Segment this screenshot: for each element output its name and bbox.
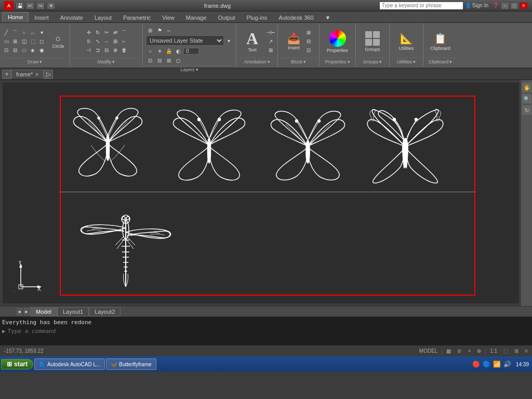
circle-btn[interactable]: ○ Circle bbox=[49, 26, 68, 57]
doc-tab-frame[interactable]: frame* ✕ bbox=[11, 70, 44, 78]
layers-group-label[interactable]: Layers▾ bbox=[145, 65, 234, 73]
block-group-label[interactable]: Block▾ bbox=[280, 58, 317, 65]
drawing-canvas[interactable]: Y X + bbox=[3, 83, 519, 303]
zoom-btn[interactable]: 🔍 bbox=[522, 94, 532, 104]
layer-state-icon[interactable]: ⚑ bbox=[155, 26, 164, 34]
join-icon[interactable]: ⊕ bbox=[111, 46, 119, 55]
break-icon[interactable]: ⊟ bbox=[102, 46, 111, 55]
ortho-btn[interactable]: + bbox=[466, 348, 473, 354]
dimension-icon[interactable]: ⊣⊢ bbox=[267, 29, 275, 37]
pan-btn[interactable]: 🖐 bbox=[522, 82, 532, 92]
tab-layout[interactable]: Layout bbox=[89, 12, 117, 22]
table-icon[interactable]: ⊞ bbox=[267, 46, 275, 55]
tab-more[interactable]: ▼ bbox=[320, 12, 337, 22]
extend-icon[interactable]: → bbox=[102, 37, 111, 46]
grid-btn[interactable]: ▦ bbox=[444, 348, 453, 354]
properties-btn[interactable]: Properties bbox=[323, 27, 352, 56]
polyline-tool-icon[interactable]: ⌒ bbox=[11, 29, 19, 37]
new-doc-btn[interactable]: + bbox=[2, 70, 11, 79]
annotation-group-label[interactable]: Annotation▾ bbox=[238, 58, 275, 65]
cmd-input[interactable] bbox=[8, 328, 530, 335]
erase-icon[interactable]: 🗑 bbox=[120, 46, 128, 55]
arc-tool-icon[interactable]: ⌓ bbox=[29, 29, 37, 37]
search-input[interactable] bbox=[380, 2, 463, 9]
tab-plugins[interactable]: Plug-ins bbox=[241, 12, 273, 22]
array-icon[interactable]: ⊞ bbox=[111, 37, 119, 46]
clipboard-group-label[interactable]: Clipboard▾ bbox=[425, 58, 455, 65]
groups-group-label[interactable]: Groups▾ bbox=[358, 58, 387, 65]
text-btn[interactable]: A Text bbox=[240, 26, 265, 57]
tab-annotate[interactable]: Annotate bbox=[55, 12, 89, 22]
coordinates-display[interactable]: -157.73, 1859.22 bbox=[2, 348, 46, 354]
fillet-icon[interactable]: ⌒ bbox=[120, 29, 128, 37]
draw-tool-2[interactable]: ⊟ bbox=[11, 46, 19, 55]
scale-icon[interactable]: ⤡ bbox=[94, 37, 102, 46]
help-btn[interactable]: ❓ bbox=[490, 3, 501, 8]
taskbar-butterfly[interactable]: 🦋 Butterflyframe bbox=[106, 358, 156, 370]
layer-icon-7[interactable]: ⊞ bbox=[165, 56, 173, 64]
status-icon-2[interactable]: ⊞ bbox=[512, 348, 521, 354]
sign-in-btn[interactable]: 👤Sign In bbox=[465, 3, 488, 8]
move-icon[interactable]: ✛ bbox=[85, 29, 93, 37]
snap-btn[interactable]: ⊘ bbox=[455, 348, 463, 354]
draw-tool-5[interactable]: ◉ bbox=[37, 46, 46, 55]
minimize-btn[interactable]: − bbox=[501, 2, 509, 9]
tray-icon-1[interactable]: 🔴 bbox=[472, 360, 481, 368]
volume-icon[interactable]: 🔊 bbox=[503, 360, 512, 368]
layer-icon-6[interactable]: ⊟ bbox=[155, 56, 164, 64]
tab-layout2[interactable]: Layout2 bbox=[89, 307, 121, 316]
draw-group-label[interactable]: Draw▾ bbox=[2, 58, 68, 65]
stretch-icon[interactable]: ⊣ bbox=[85, 46, 93, 55]
color-input[interactable]: 0 bbox=[183, 48, 199, 55]
redo-btn[interactable]: ↪ bbox=[36, 2, 45, 9]
scale-display[interactable]: 1:1 bbox=[488, 348, 499, 354]
tab-insert[interactable]: Insert bbox=[29, 12, 55, 22]
chamfer-icon[interactable]: ⌐ bbox=[120, 37, 128, 46]
tab-model[interactable]: Model bbox=[30, 307, 57, 316]
circle-tool-icon[interactable]: ○ bbox=[20, 29, 28, 37]
mirror-icon[interactable]: ⇌ bbox=[111, 29, 119, 37]
layers-dropdown-arrow[interactable]: ▾ bbox=[224, 36, 233, 45]
rotate-icon[interactable]: ↻ bbox=[94, 29, 102, 37]
doc-tab-close[interactable]: ✕ bbox=[35, 72, 39, 77]
more-btn[interactable]: ▾ bbox=[47, 2, 55, 9]
layer-icon-5[interactable]: ⊡ bbox=[146, 56, 154, 64]
tab-parametric[interactable]: Parametric bbox=[117, 12, 156, 22]
layer-icon-2[interactable]: ☀ bbox=[155, 47, 164, 55]
orbit-btn[interactable]: ↻ bbox=[522, 105, 532, 115]
quick-save-btn[interactable]: 💾 bbox=[16, 2, 24, 9]
trim-icon[interactable]: ✂ bbox=[102, 29, 111, 37]
leader-icon[interactable]: ↗ bbox=[267, 37, 275, 46]
copy-icon[interactable]: ⎘ bbox=[85, 37, 93, 46]
draw-tool-1[interactable]: ⊡ bbox=[2, 46, 10, 55]
modify-group-label[interactable]: Modify▾ bbox=[72, 58, 140, 65]
block-icon-2[interactable]: ⊟ bbox=[304, 37, 313, 46]
draw-tool-4[interactable]: ◈ bbox=[29, 46, 37, 55]
tray-icon-2[interactable]: 🔵 bbox=[483, 360, 491, 368]
tab-manage[interactable]: Manage bbox=[180, 12, 212, 22]
tab-scroll-right[interactable]: ► bbox=[23, 307, 30, 316]
boundary-icon[interactable]: ⬚ bbox=[29, 37, 37, 46]
doc-nav-btn[interactable]: ▷ bbox=[44, 70, 53, 79]
more-draw-icon[interactable]: ▾ bbox=[37, 29, 46, 37]
layer-icon-1[interactable]: ○ bbox=[146, 47, 154, 55]
layer-icon-3[interactable]: 🔒 bbox=[165, 47, 173, 55]
utilities-btn[interactable]: 📐 Utilities bbox=[392, 27, 421, 56]
tab-scroll-left[interactable]: ◄ bbox=[16, 307, 23, 316]
hatch-icon[interactable]: ⊞ bbox=[11, 37, 19, 46]
insert-btn[interactable]: 📥 Insert bbox=[285, 26, 303, 57]
gradient-icon[interactable]: ◫ bbox=[20, 37, 28, 46]
block-icon-1[interactable]: ⊞ bbox=[304, 29, 313, 37]
tab-layout1[interactable]: Layout1 bbox=[57, 307, 89, 316]
close-btn[interactable]: ✕ bbox=[520, 2, 528, 9]
tab-home[interactable]: Home bbox=[2, 12, 29, 22]
start-button[interactable]: ⊞ start bbox=[1, 359, 33, 369]
restore-btn[interactable]: □ bbox=[510, 2, 518, 9]
tab-output[interactable]: Output bbox=[212, 12, 241, 22]
polar-btn[interactable]: ⊕ bbox=[475, 348, 483, 354]
utilities-group-label[interactable]: Utilities▾ bbox=[392, 58, 421, 65]
layer-prop-icon[interactable]: ⊞ bbox=[146, 26, 154, 34]
offset-icon[interactable]: ⊐ bbox=[94, 46, 102, 55]
tab-autodesk360[interactable]: Autodesk 360 bbox=[273, 12, 319, 22]
properties-group-label[interactable]: Properties▾ bbox=[322, 58, 353, 65]
